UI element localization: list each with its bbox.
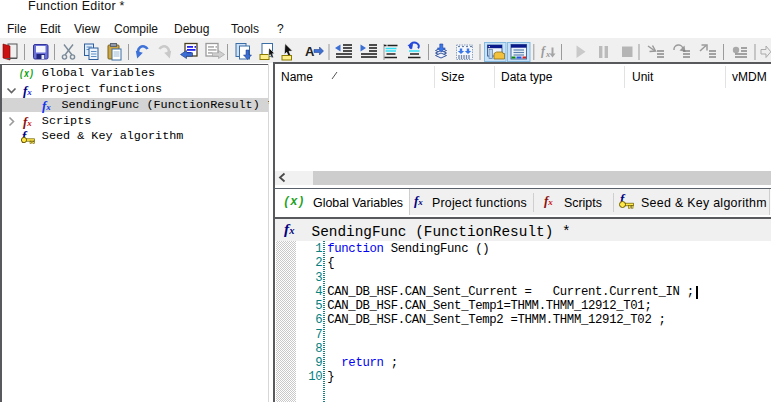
svg-text:A: A (305, 44, 315, 59)
